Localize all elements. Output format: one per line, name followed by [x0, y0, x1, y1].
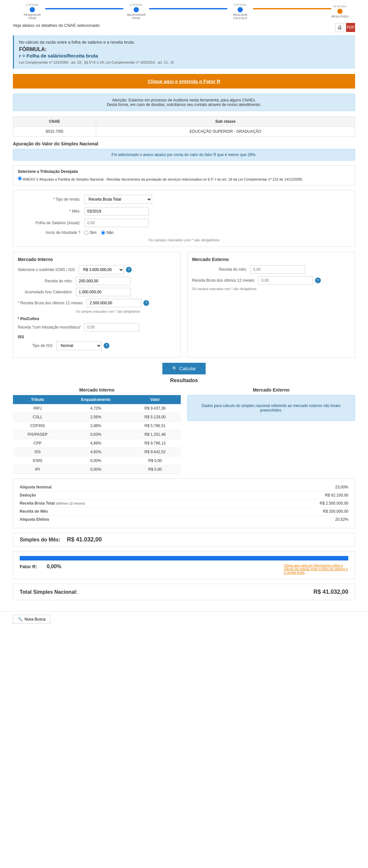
inicio-nao-radio[interactable]	[101, 231, 105, 235]
cell-enquadramento: 4,82%	[62, 448, 129, 457]
alert-line-1: Atenção: Estamos em processo de Auditori…	[17, 98, 351, 102]
acumulado-input[interactable]	[76, 288, 131, 296]
aliquota-efetiva-value: 20,52%	[335, 517, 348, 522]
tipo-iss-select[interactable]: Normal	[57, 341, 102, 350]
results-externo: Mercado Externo Dados para cálculo do si…	[187, 387, 355, 474]
tipo-iss-help-icon[interactable]: ?	[104, 343, 109, 348]
subclasse-col-header: Sub classe	[96, 117, 355, 127]
receita-bruta-help-icon[interactable]: ?	[143, 300, 149, 306]
cnae-subclasse: EDUCAÇÃO SUPERIOR - GRADUAÇÃO	[96, 127, 355, 137]
sublimite-select[interactable]: R$ 3.600.000,00	[79, 265, 124, 274]
pis-cofins-title: * Pis/Cofins	[18, 317, 176, 321]
tributacao-title: Selecione a Tributação Desejada	[18, 169, 350, 174]
nova-busca-label: Nova Busca	[25, 617, 45, 622]
tipo-iss-label: Tipo de ISS:	[18, 343, 57, 348]
receita-mes-label: Receita do mês:	[18, 279, 76, 283]
total-nacional-section: Total Simples Nacional: R$ 41.032,00	[13, 584, 355, 600]
cell-enquadramento: 4,72%	[62, 404, 129, 413]
nova-busca-button[interactable]: 🔍 Nova Busca	[13, 615, 51, 624]
step-4-dot	[337, 9, 342, 14]
apuracao-info: Foi selecionado o anexo abaixo por conta…	[13, 149, 355, 160]
cell-tributo: CSLL	[13, 413, 62, 422]
cell-tributo: CPP	[13, 439, 62, 448]
inicio-radio-group: Sim Não	[84, 230, 113, 235]
mercado-interno-section: Mercado Interno Selecione o sublimite IC…	[13, 252, 181, 358]
ext-receita-mes-input[interactable]	[250, 265, 305, 274]
tributacao-radio[interactable]	[18, 176, 22, 181]
ext-receita-bruta-label: Receita Bruta dos últimos 12 meses:	[192, 278, 258, 283]
cell-enquadramento: 2,56%	[62, 413, 129, 422]
ext-receita-bruta-input[interactable]	[258, 276, 313, 285]
alert-box: Atenção: Estamos em processo de Auditori…	[13, 94, 355, 111]
fator-r-bar	[20, 556, 348, 560]
step-1-dot	[30, 7, 35, 12]
receita-mes-row: Receita do mês:	[18, 277, 176, 285]
step-2: 2ª ETAPA SELECIONAR CNAE	[123, 3, 149, 20]
calcular-row: 🔍 Calcular	[13, 363, 355, 374]
search-icon-footer: 🔍	[18, 617, 23, 622]
ext-notice: Dados para cálculo do simples nacional r…	[187, 395, 355, 421]
tipo-renda-select[interactable]: Receita Bruta Total	[84, 195, 152, 204]
tributacao-mono-input[interactable]	[84, 323, 139, 332]
cell-enquadramento: 0,00%	[62, 465, 129, 474]
fator-r-value: 0,00%	[47, 564, 61, 569]
pdf-button[interactable]: PDF	[346, 23, 355, 32]
fator-r-section: Fator R: 0,00% Clique aqui para ver info…	[13, 551, 355, 579]
tributacao-option-label: ANEXO V Alíquotas e Partilha do Simples …	[23, 177, 303, 181]
connector-2	[149, 8, 227, 9]
receita-mes-summary-row: Receita do Mês R$ 200.000,00	[20, 507, 348, 516]
cell-valor: R$ 1.251,48	[129, 430, 181, 439]
mes-row: * Mês:	[20, 207, 348, 215]
step-4-num: 4ª ETAPA	[334, 5, 346, 8]
receita-mes-summary-value: R$ 200.000,00	[323, 509, 348, 514]
table-row: CPP4,89%R$ 9.786,13	[13, 439, 181, 448]
results-interno: Mercado Interno Tributo Enquadramento Va…	[13, 387, 181, 474]
table-row: ICMS0,00%R$ 0,00	[13, 457, 181, 465]
inicio-sim-label: Sim	[90, 230, 97, 235]
tributacao-option[interactable]: ANEXO V Alíquotas e Partilha do Simples …	[18, 176, 350, 181]
folha-label: Folha de Salários (Anual):	[20, 221, 84, 225]
inicio-nao-label: Não	[106, 230, 113, 235]
table-row: CSLL2,56%R$ 5.129,00	[13, 413, 181, 422]
deducao-value: R$ 62.100,00	[325, 493, 348, 497]
step-3-num: 3ª ETAPA	[234, 3, 247, 6]
calcular-button[interactable]: 🔍 Calcular	[162, 363, 206, 374]
step-2-dot	[134, 7, 139, 12]
mes-input[interactable]	[84, 207, 149, 215]
sublimite-help-icon[interactable]: ?	[126, 267, 132, 273]
tributacao-section: Selecione a Tributação Desejada ANEXO V …	[13, 165, 355, 185]
folha-input[interactable]	[84, 219, 149, 227]
total-nacional-label: Total Simples Nacional:	[20, 589, 77, 595]
table-row: 8531-7/00 EDUCAÇÃO SUPERIOR - GRADUAÇÃO	[13, 127, 355, 137]
fator-r-row: Fator R: 0,00% Clique aqui para ver info…	[20, 564, 348, 575]
page-subtitle: Veja abaixo os detalhes do CNAE selecion…	[13, 23, 355, 28]
fator-r-note[interactable]: Clique aqui para ver informações sobre o…	[284, 564, 348, 575]
step-1-num: 1ª ETAPA	[26, 3, 38, 6]
mi-campos-note: Os campos marcados com * são obrigatório…	[76, 310, 176, 313]
alert-line-2: Desta forma, em caso de dúvidas, solicit…	[17, 102, 351, 107]
inicio-sim-radio[interactable]	[84, 231, 89, 235]
receita-bruta-total-value: R$ 2.500.000,00	[320, 501, 348, 505]
cell-enquadramento: 0,00%	[62, 457, 129, 465]
tipo-iss-row: Tipo de ISS: Normal ?	[18, 341, 176, 350]
inicio-sim-option[interactable]: Sim	[84, 230, 97, 235]
apuracao-title: Apuração do Valor do Simples Nacional	[13, 141, 355, 146]
mercado-externo-section: Mercado Externo Receita do mês: Receita …	[187, 252, 355, 358]
fator-r-link-button[interactable]: Clique aqui e entenda o Fator R	[13, 74, 355, 89]
summary-section: Alíquota Nominal 23,00% Dedução R$ 62.10…	[13, 478, 355, 528]
cell-enquadramento: 0,63%	[62, 430, 129, 439]
cell-enquadramento: 4,89%	[62, 439, 129, 448]
receita-bruta-input[interactable]	[87, 299, 141, 307]
deducao-row: Dedução R$ 62.100,00	[20, 491, 348, 499]
inicio-nao-option[interactable]: Não	[101, 230, 113, 235]
receita-mes-input[interactable]	[76, 277, 131, 285]
ext-receita-bruta-help-icon[interactable]: ?	[315, 278, 321, 283]
simples-mes-value: R$ 41.032,00	[67, 536, 102, 543]
cell-tributo: COFINS	[13, 422, 62, 430]
ext-receita-bruta-row: Receita Bruta dos últimos 12 meses: ?	[192, 276, 350, 285]
cnae-col-header: CNAE	[13, 117, 96, 127]
cell-tributo: ISS	[13, 448, 62, 457]
tributacao-mono-row: Receita "com tributação monofásica"	[18, 323, 176, 332]
connector-3	[253, 8, 331, 9]
print-button[interactable]: 🖨	[335, 23, 344, 32]
